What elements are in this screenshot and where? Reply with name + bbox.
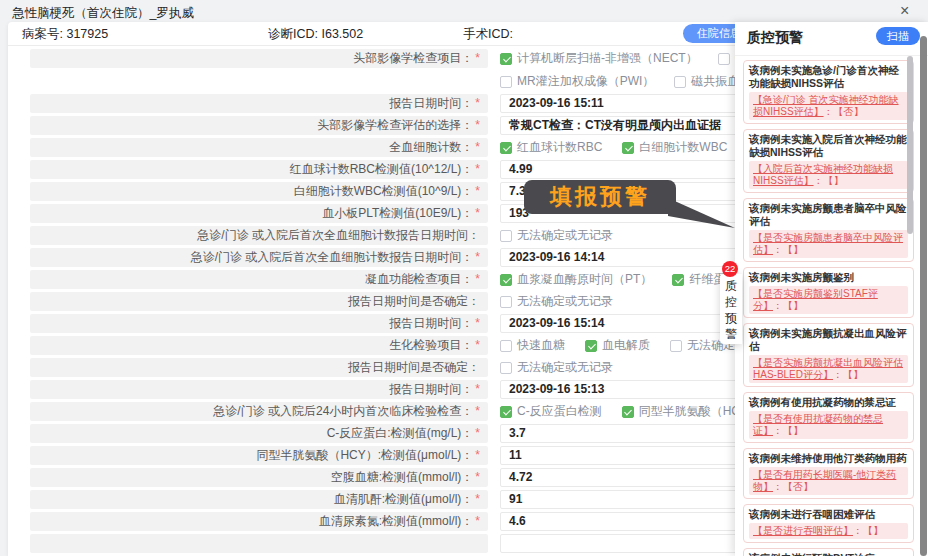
qc-warning-detail: 【急诊/门诊 首次实施神经功能缺损NIHSS评估】：【否】 (749, 92, 908, 120)
panel-scrollbar[interactable] (907, 56, 913, 234)
field-label: 报告日期时间是否确定： (30, 358, 488, 377)
required-asterisk: * (475, 206, 480, 220)
qc-warning-card: 该病例未维持使用他汀类药物用药【是否有用药长期医嘱-他汀类药物】：【否】 (743, 448, 914, 499)
qc-warning-detail: 【是否实施房颤鉴别STAF评分】：【】 (749, 286, 908, 314)
field-label: 空腹血糖:检测值(mmol/l)：* (30, 468, 488, 487)
required-asterisk: * (475, 470, 480, 484)
qc-warning-list: 该病例未实施急诊/门诊首次神经功能缺损NIHSS评估【急诊/门诊 首次实施神经功… (743, 56, 914, 556)
required-asterisk: * (475, 316, 480, 330)
field-label: C-反应蛋白:检测值(mg/L)：* (30, 424, 488, 443)
checkbox-label: 计算机断层扫描-非增强（NECT） (517, 49, 698, 68)
field-label: 报告日期时间：* (30, 380, 488, 399)
qc-warning-card: 该病例未进行吞咽困难评估【是否进行吞咽评估】：【】 (743, 504, 914, 543)
checkbox-option[interactable]: 白细胞计数WBC (622, 138, 727, 157)
operation-icd-label: 手术ICD: (463, 27, 513, 41)
checkbox-unchecked-icon[interactable] (500, 76, 512, 88)
checkbox-label: 无法确定或无记录 (517, 358, 613, 377)
checkbox-checked-icon[interactable] (500, 53, 512, 65)
checkbox-unchecked-icon[interactable] (674, 76, 686, 88)
checkbox-option[interactable]: 红血球计数RBC (500, 138, 602, 157)
close-icon[interactable]: × (900, 2, 909, 20)
qc-warning-detail: 【是否进行吞咽评估】：【】 (749, 523, 908, 539)
qc-warning-panel: 质控预警 扫描 该病例未实施急诊/门诊首次神经功能缺损NIHSS评估【急诊/门诊… (735, 22, 928, 556)
case-number-value: 317925 (66, 27, 108, 41)
qc-warning-title: 该病例未进行预防DVT治疗 (749, 552, 908, 556)
checkbox-option[interactable]: MR灌注加权成像（PWI） (500, 72, 654, 91)
required-asterisk: * (475, 426, 480, 440)
checkbox-checked-icon[interactable] (622, 406, 634, 418)
qc-warning-detail: 【是否实施房颤患者脑卒中风险评估】：【】 (749, 230, 908, 258)
checkbox-label: C-反应蛋白检测 (517, 402, 602, 421)
qc-warning-card: 该病例未实施急诊/门诊首次神经功能缺损NIHSS评估【急诊/门诊 首次实施神经功… (743, 60, 914, 124)
operation-icd: 手术ICD: (463, 26, 513, 43)
qc-warning-field-value: ：【】 (773, 300, 803, 311)
qc-warning-field-link[interactable]: 【是否进行吞咽评估】 (753, 525, 853, 536)
checkbox-unchecked-icon[interactable] (500, 340, 512, 352)
checkbox-unchecked-icon[interactable] (500, 296, 512, 308)
case-number: 病案号: 317925 (22, 26, 108, 43)
qc-warning-field-value: ：【】 (814, 175, 844, 186)
qc-warning-card: 该病例未实施房颤患者脑卒中风险评估【是否实施房颤患者脑卒中风险评估】：【】 (743, 198, 914, 262)
checkbox-checked-icon[interactable] (500, 406, 512, 418)
checkbox-unchecked-icon[interactable] (718, 53, 730, 65)
qc-warning-detail: 【是否实施房颤抗凝出血风险评估HAS-BLED评分】：【】 (749, 355, 908, 383)
checkbox-checked-icon[interactable] (500, 142, 512, 154)
qc-warning-detail: 【是否有用药长期医嘱-他汀类药物】：【否】 (749, 467, 908, 495)
checkbox-label: 白细胞计数WBC (639, 138, 727, 157)
case-number-label: 病案号: (22, 27, 66, 41)
required-asterisk: * (475, 140, 480, 154)
qc-panel-title: 质控预警 (747, 29, 803, 45)
checkbox-option[interactable]: 无法确定或无记录 (500, 292, 613, 311)
checkbox-option[interactable]: 血浆凝血酶原时间（PT） (500, 270, 652, 289)
checkbox-unchecked-icon[interactable] (500, 230, 512, 242)
scan-button[interactable]: 扫描 (876, 27, 920, 45)
required-asterisk: * (475, 272, 480, 286)
field-label: 红血球计数RBC检测值(10^12/L)：* (30, 160, 488, 179)
field-label: 急诊/门诊 或入院后24小时内首次临床检验检查：* (30, 402, 488, 421)
diagnosis-icd: 诊断ICD: I63.502 (268, 26, 363, 43)
checkbox-label: 无法确定或无记录 (517, 226, 613, 245)
checkbox-option[interactable]: 快速血糖 (500, 336, 565, 355)
qc-tab-char: 警 (720, 326, 742, 342)
qc-warning-title: 该病例未实施房颤鉴别 (749, 271, 908, 284)
qc-warning-detail: 【入院后首次实施神经功能缺损NIHSS评估】：【】 (749, 161, 908, 189)
required-asterisk: * (475, 492, 480, 506)
field-label: 血清肌酐:检测值(μmol/l)：* (30, 490, 488, 509)
qc-warning-field-link[interactable]: 【是否实施房颤鉴别STAF评分】 (753, 288, 878, 311)
checkbox-checked-icon[interactable] (622, 142, 634, 154)
required-asterisk: * (475, 51, 480, 65)
checkbox-label: 快速血糖 (517, 336, 565, 355)
checkbox-option[interactable]: 无法确定或无记录 (500, 226, 613, 245)
qc-panel-header: 质控预警 扫描 (735, 22, 928, 56)
required-asterisk: * (475, 250, 480, 264)
qc-warning-field-link[interactable]: 【是否实施房颤抗凝出血风险评估HAS-BLED评分】 (753, 357, 903, 380)
checkbox-option[interactable]: 血电解质 (585, 336, 650, 355)
qc-warning-field-value: ：【】 (773, 425, 803, 436)
qc-warning-field-value: ：【】 (773, 244, 803, 255)
qc-warning-title: 该病例未实施急诊/门诊首次神经功能缺损NIHSS评估 (749, 64, 908, 90)
checkbox-option[interactable]: 计算机断层扫描-非增强（NECT） (500, 49, 698, 68)
app-window: 急性脑梗死（首次住院）_罗执威 × 病案号: 317925 诊断ICD: I63… (0, 0, 928, 556)
checkbox-checked-icon[interactable] (500, 274, 512, 286)
checkbox-option[interactable]: 无法确定或无记录 (500, 358, 613, 377)
field-label: 凝血功能检查项目：* (30, 270, 488, 289)
checkbox-unchecked-icon[interactable] (670, 340, 682, 352)
checkbox-unchecked-icon[interactable] (500, 362, 512, 374)
checkbox-label: 红血球计数RBC (517, 138, 602, 157)
checkbox-checked-icon[interactable] (672, 274, 684, 286)
qc-warning-title: 该病例未实施房颤患者脑卒中风险评估 (749, 202, 908, 228)
checkbox-label: 血浆凝血酶原时间（PT） (517, 270, 652, 289)
qc-warning-title: 该病例未实施入院后首次神经功能缺损NIHSS评估 (749, 133, 908, 159)
qc-warning-detail: 【是否有使用抗凝药物的禁忌证】：【】 (749, 411, 908, 439)
field-label: 急诊/门诊 或入院后首次全血细胞计数报告日期时间： (30, 226, 488, 245)
checkbox-label: 血电解质 (602, 336, 650, 355)
qc-warning-tab[interactable]: 质控预警 (720, 274, 742, 344)
checkbox-label: 无法确定或无记录 (517, 292, 613, 311)
window-scrollbar[interactable] (920, 36, 927, 556)
checkbox-checked-icon[interactable] (585, 340, 597, 352)
checkbox-label: MR灌注加权成像（PWI） (517, 72, 654, 91)
qc-warning-title: 该病例未维持使用他汀类药物用药 (749, 452, 908, 465)
checkbox-option[interactable]: C-反应蛋白检测 (500, 402, 602, 421)
required-asterisk: * (475, 338, 480, 352)
qc-warning-field-value: ：【否】 (824, 106, 864, 117)
